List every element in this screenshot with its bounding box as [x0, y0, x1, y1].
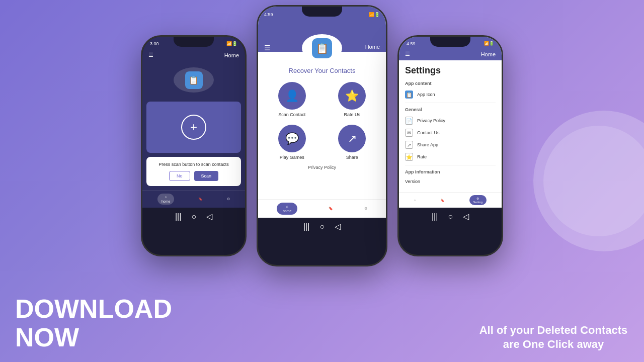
hamburger-icon-center[interactable]: ☰: [264, 44, 271, 52]
contact-label: Contact Us: [417, 130, 440, 135]
center-content: Recover Your Contacts 👤 Scan Contact ⭐ R…: [258, 52, 386, 199]
phone-right: 4:59 📶🔋 ☰ Home Settings App content 📋 Ap…: [397, 35, 503, 256]
settings-item-privacy[interactable]: 📄 Privacy Policy: [405, 115, 496, 127]
settings-item-rate[interactable]: ⭐ Rate: [405, 151, 496, 163]
contact-icon: ✉: [405, 129, 413, 137]
play-games-label: Play Games: [280, 155, 304, 160]
settings-icon-center: ⚙: [364, 207, 367, 211]
dialog-buttons: No Scan: [151, 171, 236, 181]
features-grid: 👤 Scan Contact ⭐ Rate Us 💬 Play Games ↗ …: [266, 82, 378, 160]
recover-title: Recover Your Contacts: [289, 67, 356, 74]
bookmark-icon-left: 🔖: [198, 197, 203, 201]
status-icons-right: 📶🔋: [484, 41, 494, 46]
back-icon-center[interactable]: |||: [303, 222, 309, 231]
back-icon-right[interactable]: |||: [432, 212, 438, 221]
recent-icon-center[interactable]: ◁: [335, 222, 341, 231]
download-line2: NOW: [15, 323, 172, 352]
phone-left: 3:00 📶🔋 ☰ Home 📋 Press scan button to sc…: [141, 35, 247, 256]
phones-container: 3:00 📶🔋 ☰ Home 📋 Press scan button to sc…: [96, 5, 548, 266]
settings-body: Settings App content 📋 App Icon General …: [399, 60, 502, 192]
phone-left-tab-bar: ⌂ home 🔖 ⚙: [142, 190, 245, 208]
status-time-center: 4:59: [264, 12, 273, 17]
download-line1: DOWNLOAD: [15, 295, 172, 323]
share-label: Share: [346, 155, 358, 160]
phone-center: 4:59 📶🔋 ☰ Home 📋 Recover Your Contacts: [257, 5, 387, 266]
home-label-center: Home: [365, 44, 380, 52]
crosshair-icon: [181, 115, 206, 140]
section-label-app-content: App content: [405, 81, 496, 86]
settings-title: Settings: [405, 65, 496, 76]
feature-scan-contact[interactable]: 👤 Scan Contact: [266, 82, 318, 117]
settings-item-version: Version: [405, 177, 496, 186]
signal-icon-center: 📶🔋: [369, 12, 380, 17]
scan-contact-label: Scan Contact: [278, 112, 305, 117]
settings-icon-left: ⚙: [227, 197, 230, 201]
home-hw-left[interactable]: ○: [191, 212, 196, 221]
phone-left-logo-area: 📋: [142, 62, 245, 98]
center-header-icons: 📶🔋: [369, 9, 380, 20]
tab-settings-left[interactable]: ⚙: [227, 197, 230, 201]
home-hw-right[interactable]: ○: [448, 212, 453, 221]
status-icons-left: 📶🔋: [226, 41, 237, 46]
scan-instruction: Press scan button to scan contacts: [151, 162, 236, 167]
app-icon-left: 📋: [185, 71, 203, 89]
phone-center-nav: ||| ○ ◁: [258, 218, 386, 235]
tab-bookmark-center[interactable]: 🔖: [329, 207, 333, 211]
bookmark-icon-right: 🔖: [441, 199, 444, 202]
feature-rate-us[interactable]: ⭐ Rate Us: [326, 82, 379, 117]
no-button[interactable]: No: [169, 171, 190, 181]
tab-home-right[interactable]: ⌂: [414, 199, 416, 202]
home-hw-center[interactable]: ○: [319, 222, 325, 231]
share-icon: ↗: [338, 125, 366, 152]
recent-icon-right[interactable]: ◁: [463, 212, 469, 221]
home-icon-right: ⌂: [414, 199, 416, 202]
tab-settings-center[interactable]: ⚙: [364, 207, 367, 211]
hamburger-icon-left[interactable]: ☰: [148, 52, 153, 58]
scan-button[interactable]: Scan: [194, 171, 219, 181]
share-app-label: Share App: [417, 142, 438, 147]
phone-left-nav: ||| ○ ◁: [142, 208, 245, 225]
tagline-main: All of your Deleted Contacts are One Cli…: [478, 323, 629, 352]
privacy-label: Privacy Policy: [417, 118, 445, 123]
scan-area: [146, 102, 241, 153]
phone-left-screen: 3:00 📶🔋 ☰ Home 📋 Press scan button to sc…: [142, 37, 245, 208]
scan-dialog: Press scan button to scan contacts No Sc…: [146, 157, 241, 186]
rate-us-icon: ⭐: [338, 82, 366, 110]
tab-setting-right[interactable]: ⚙ Setting: [469, 195, 487, 205]
section-label-general: General: [405, 107, 496, 112]
phone-right-nav: ||| ○ ◁: [399, 208, 502, 225]
status-time-right: 4:59: [407, 41, 416, 46]
home-icon-left: ⌂: [165, 195, 167, 199]
back-icon-left[interactable]: |||: [175, 212, 181, 221]
section-label-app-info: App Information: [405, 169, 496, 174]
settings-item-share[interactable]: ↗ Share App: [405, 139, 496, 151]
hamburger-icon-right[interactable]: ☰: [405, 51, 410, 57]
tab-bookmark-right[interactable]: 🔖: [441, 199, 444, 202]
bookmark-icon-center: 🔖: [329, 207, 333, 211]
phone-right-screen: 4:59 📶🔋 ☰ Home Settings App content 📋 Ap…: [399, 37, 502, 208]
tab-home-center[interactable]: ⌂ home: [277, 203, 298, 215]
settings-header-bar: ☰ Home: [399, 48, 502, 60]
settings-item-contact[interactable]: ✉ Contact Us: [405, 127, 496, 139]
tagline-text: All of your Deleted Contacts are One Cli…: [478, 323, 629, 352]
divider-1: [405, 103, 496, 103]
tab-home-left[interactable]: ⌂ home: [157, 194, 175, 205]
tab-bookmark-left[interactable]: 🔖: [198, 197, 203, 201]
play-games-icon: 💬: [278, 125, 306, 152]
phone-left-notch: [174, 37, 214, 47]
phone-left-logo-oval: 📋: [174, 67, 214, 93]
recent-icon-left[interactable]: ◁: [206, 212, 212, 221]
privacy-link-center[interactable]: Privacy Policy: [308, 165, 336, 170]
settings-item-app-icon[interactable]: 📋 App Icon: [405, 88, 496, 101]
home-tab-label-left: home: [162, 200, 171, 203]
version-label: Version: [405, 179, 420, 184]
divider-2: [405, 165, 496, 165]
home-label-right: Home: [481, 51, 496, 57]
home-label-left: Home: [224, 52, 239, 58]
feature-play-games[interactable]: 💬 Play Games: [266, 125, 318, 160]
feature-share[interactable]: ↗ Share: [326, 125, 379, 160]
privacy-icon: 📄: [405, 117, 413, 125]
scan-contact-icon: 👤: [278, 82, 306, 110]
download-text: DOWNLOAD NOW: [15, 295, 172, 352]
rate-icon: ⭐: [405, 153, 413, 161]
